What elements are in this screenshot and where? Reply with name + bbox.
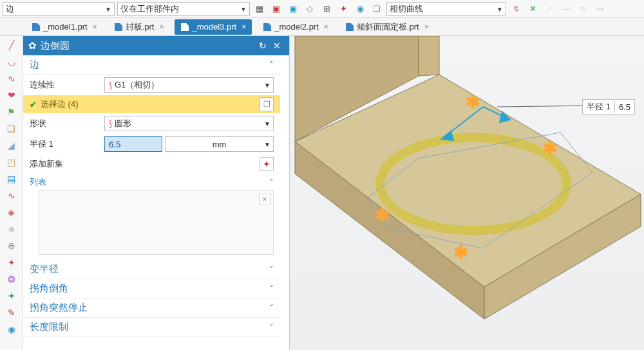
check-icon: ✔ bbox=[30, 100, 37, 109]
tool-layers-icon[interactable]: ❏ bbox=[3, 121, 21, 136]
list-label: 列表 bbox=[30, 176, 46, 188]
add-set-button[interactable]: ✦ bbox=[260, 157, 274, 171]
handle-marker[interactable]: ✱ bbox=[542, 138, 557, 159]
tool-icon-4[interactable]: ◇ bbox=[303, 2, 317, 16]
3d-viewport[interactable]: ✱ ✱ ✱ ✱ 半径 1 6.5 bbox=[290, 36, 644, 350]
section-corner-stop[interactable]: 拐角突然停止 ˅ bbox=[23, 299, 280, 318]
handle-marker[interactable]: ✱ bbox=[465, 91, 480, 113]
chevron-down-icon: ▼ bbox=[264, 141, 270, 148]
tool-arc-icon[interactable]: ◡ bbox=[3, 54, 21, 69]
tool-blue-icon[interactable]: ◉ bbox=[3, 322, 21, 337]
section-length-limit-label: 长度限制 bbox=[30, 321, 68, 333]
row-select-edges[interactable]: ✔ 选择边 (4) ❒ bbox=[23, 95, 280, 113]
reset-button[interactable]: ↻ bbox=[256, 39, 270, 53]
filter-combo-3-value: 相切曲线 bbox=[390, 3, 423, 15]
continuity-dropdown[interactable]: ⟆ G1（相切） ▼ bbox=[104, 77, 274, 93]
tool-icon-1[interactable]: ▦ bbox=[252, 2, 267, 16]
part-icon bbox=[345, 23, 354, 32]
section-length-limit[interactable]: 长度限制 ˅ bbox=[23, 318, 280, 337]
tool-cyl2-icon[interactable]: ⊜ bbox=[3, 238, 21, 253]
tool-heart-icon[interactable]: ❤ bbox=[3, 88, 21, 103]
radius-annotation-value: 6.5 bbox=[615, 102, 634, 112]
chevron-down-icon: ˅ bbox=[269, 322, 274, 333]
part-icon bbox=[32, 23, 41, 32]
tool-icon-13[interactable]: ∿ bbox=[576, 2, 590, 16]
model-geometry bbox=[290, 36, 644, 350]
radius-annotation[interactable]: 半径 1 6.5 bbox=[582, 99, 635, 115]
panel-body: 边 ˄ 连续性 ⟆ G1（相切） ▼ ✔ 选择边 (4) ❒ bbox=[23, 55, 289, 350]
document-tabs: _model1.prt × 封板.prt × _model3.prt × _mo… bbox=[0, 18, 644, 36]
tool-purple-icon[interactable]: ❂ bbox=[3, 272, 21, 287]
handle-marker[interactable]: ✱ bbox=[453, 242, 468, 263]
tool-spline-icon[interactable]: ∿ bbox=[3, 71, 21, 86]
part-icon bbox=[263, 23, 272, 32]
close-icon[interactable]: × bbox=[93, 23, 97, 32]
filter-combo-3[interactable]: 相切曲线 ▼ bbox=[386, 2, 506, 16]
close-button[interactable]: ✕ bbox=[270, 39, 284, 53]
handle-marker[interactable]: ✱ bbox=[375, 205, 390, 226]
tool-icon-10[interactable]: ✕ bbox=[526, 2, 540, 16]
panel-titlebar: ✿ 边倒圆 ↻ ✕ bbox=[23, 36, 289, 55]
tool-icon-6[interactable]: ✦ bbox=[336, 2, 350, 16]
row-radius: 半径 1 mm ▼ bbox=[23, 134, 280, 154]
tool-icon-5[interactable]: ⊞ bbox=[319, 2, 334, 16]
shape-dropdown[interactable]: ⟆ 圆形 ▼ bbox=[104, 116, 274, 131]
tool-wave-icon[interactable]: ∿ bbox=[3, 188, 21, 203]
tab-model3[interactable]: _model3.prt × bbox=[175, 19, 252, 35]
row-radius-label: 半径 1 bbox=[30, 138, 100, 150]
tool-icon-8[interactable]: ❏ bbox=[370, 2, 384, 16]
radius-annotation-label: 半径 1 bbox=[583, 101, 615, 113]
tool-pan-icon[interactable]: ◢ bbox=[3, 138, 21, 153]
tool-red-icon[interactable]: ✦ bbox=[3, 255, 21, 270]
section-corner-chamfer[interactable]: 拐角倒角 ˅ bbox=[23, 279, 280, 299]
tool-icon-2[interactable]: ▣ bbox=[269, 2, 283, 16]
tab-fengban[interactable]: 封板.prt × bbox=[108, 19, 170, 35]
tool-icon-3[interactable]: ▣ bbox=[286, 2, 300, 16]
chevron-down-icon: ▼ bbox=[497, 5, 503, 12]
close-icon[interactable]: × bbox=[242, 23, 246, 32]
close-icon[interactable]: × bbox=[424, 23, 429, 32]
tool-flag-icon[interactable]: ⚑ bbox=[3, 104, 21, 120]
section-corner-stop-label: 拐角突然停止 bbox=[30, 302, 88, 314]
radius-unit: mm bbox=[213, 140, 227, 149]
tool-icon-7[interactable]: ◉ bbox=[353, 2, 367, 16]
tab-inclined[interactable]: 倾斜面固定板.prt × bbox=[339, 19, 435, 35]
chevron-down-icon: ▼ bbox=[264, 82, 270, 89]
section-var-radius[interactable]: 变半径 ˅ bbox=[23, 260, 280, 279]
tool-icon-12[interactable]: — bbox=[559, 2, 573, 16]
top-toolbar: 边 ▼ 仅在工作部件内 ▼ ▦ ▣ ▣ ◇ ⊞ ✦ ◉ ❏ 相切曲线 ▼ ↯ ✕… bbox=[0, 0, 644, 18]
tab-label: _model1.prt bbox=[43, 22, 88, 32]
close-icon[interactable]: × bbox=[324, 23, 328, 32]
delete-item-button[interactable]: × bbox=[259, 194, 270, 205]
filter-combo-2[interactable]: 仅在工作部件内 ▼ bbox=[117, 2, 250, 16]
filter-combo-2-value: 仅在工作部件内 bbox=[120, 3, 179, 15]
tab-model2[interactable]: _model2.prt × bbox=[257, 19, 334, 35]
tool-write-icon[interactable]: ✎ bbox=[3, 305, 21, 320]
unit-dropdown[interactable]: mm ▼ bbox=[165, 136, 274, 152]
section-varradius-label: 变半径 bbox=[30, 263, 59, 275]
continuity-value: G1（相切） bbox=[115, 79, 159, 91]
tool-icon-9[interactable]: ↯ bbox=[509, 2, 523, 16]
tool-line-icon[interactable]: ╱ bbox=[3, 37, 21, 53]
chevron-up-icon: ˄ bbox=[269, 60, 274, 70]
list-header[interactable]: 列表 ˄ bbox=[23, 174, 280, 190]
edge-blend-panel: ✿ 边倒圆 ↻ ✕ 边 ˄ 连续性 ⟆ G1（相切） ▼ bbox=[23, 36, 290, 350]
wave-icon: ⟆ bbox=[109, 80, 112, 90]
close-icon[interactable]: × bbox=[159, 23, 164, 32]
radius-input[interactable] bbox=[104, 136, 162, 152]
filter-combo-1-value: 边 bbox=[6, 3, 14, 15]
tool-page-icon[interactable]: ▤ bbox=[3, 171, 21, 187]
section-edges[interactable]: 边 ˄ bbox=[23, 55, 280, 75]
filter-combo-1[interactable]: 边 ▼ bbox=[3, 2, 115, 16]
tool-green-icon[interactable]: ✦ bbox=[3, 288, 21, 304]
tool-box-icon[interactable]: ◰ bbox=[3, 154, 21, 170]
tool-rhomb-icon[interactable]: ◈ bbox=[3, 205, 21, 220]
tool-cyl1-icon[interactable]: ⌾ bbox=[3, 221, 21, 237]
tab-label: _model3.prt bbox=[192, 22, 236, 32]
tool-icon-14[interactable]: ↝ bbox=[592, 2, 607, 16]
cube-button[interactable]: ❒ bbox=[260, 97, 274, 111]
section-edges-label: 边 bbox=[30, 59, 39, 71]
tab-model1[interactable]: _model1.prt × bbox=[26, 19, 103, 35]
list-box: × bbox=[39, 190, 274, 255]
tool-icon-11[interactable]: ／ bbox=[542, 2, 556, 16]
